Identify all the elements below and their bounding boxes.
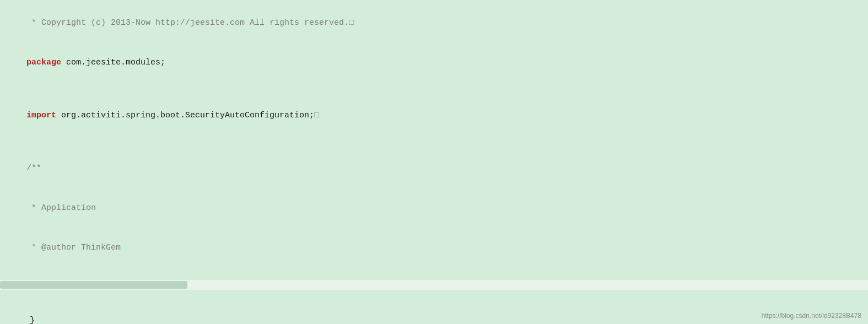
horizontal-scrollbar[interactable] <box>0 280 868 290</box>
line-1: * Copyright (c) 2013-Now http://jeesite.… <box>7 3 861 43</box>
keyword-import: import <box>26 111 56 120</box>
line-7: * Application <box>7 188 861 228</box>
scrollbar-thumb[interactable] <box>0 281 187 289</box>
code-viewer: * Copyright (c) 2013-Now http://jeesite.… <box>0 0 868 324</box>
keyword-package: package <box>26 58 61 67</box>
empty-line-3 <box>7 83 861 96</box>
line-4: import org.activiti.spring.boot.Security… <box>7 96 861 136</box>
line-23: } <box>0 290 868 324</box>
line-6: /** <box>7 149 861 188</box>
line-2: package com.jeesite.modules; <box>7 43 861 83</box>
watermark: https://blog.csdn.net/id92328B478 <box>762 312 861 320</box>
line-8: * @author ThinkGem <box>7 228 861 268</box>
comment-copyright: * Copyright (c) 2013-Now http://jeesite.… <box>26 18 349 28</box>
empty-line-5 <box>7 136 861 149</box>
bottom-area: } <box>0 290 868 324</box>
